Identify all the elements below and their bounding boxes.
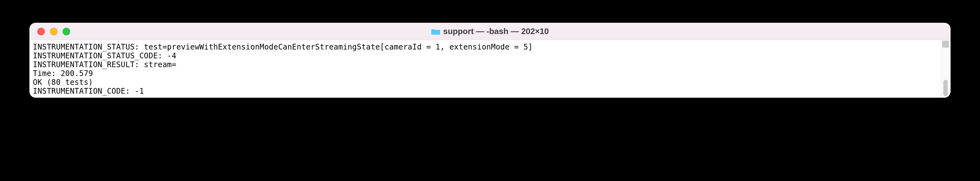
scrollbar-thumb[interactable] (943, 80, 948, 96)
terminal-line: OK (80 tests) (33, 78, 947, 87)
terminal-line: INSTRUMENTATION_STATUS: test=previewWith… (33, 42, 947, 51)
traffic-lights (37, 28, 70, 35)
terminal-body[interactable]: INSTRUMENTATION_STATUS: test=previewWith… (30, 40, 950, 98)
titlebar[interactable]: support — -bash — 202×10 (30, 23, 950, 40)
terminal-line: INSTRUMENTATION_RESULT: stream= (33, 60, 947, 69)
terminal-window: support — -bash — 202×10 INSTRUMENTATION… (29, 23, 951, 98)
zoom-icon[interactable] (62, 28, 70, 35)
terminal-output: INSTRUMENTATION_STATUS: test=previewWith… (33, 42, 947, 96)
scroll-indicator-icon (942, 41, 949, 47)
window-title-text: support — -bash — 202×10 (443, 27, 549, 36)
scrollbar-track[interactable] (941, 40, 950, 98)
minimize-icon[interactable] (50, 28, 57, 35)
terminal-line: INSTRUMENTATION_STATUS_CODE: -4 (33, 51, 947, 60)
terminal-line: INSTRUMENTATION_CODE: -1 (33, 87, 947, 96)
window-title: support — -bash — 202×10 (30, 27, 950, 36)
close-icon[interactable] (37, 28, 45, 35)
folder-icon (431, 28, 440, 35)
terminal-line: Time: 200.579 (33, 69, 947, 78)
